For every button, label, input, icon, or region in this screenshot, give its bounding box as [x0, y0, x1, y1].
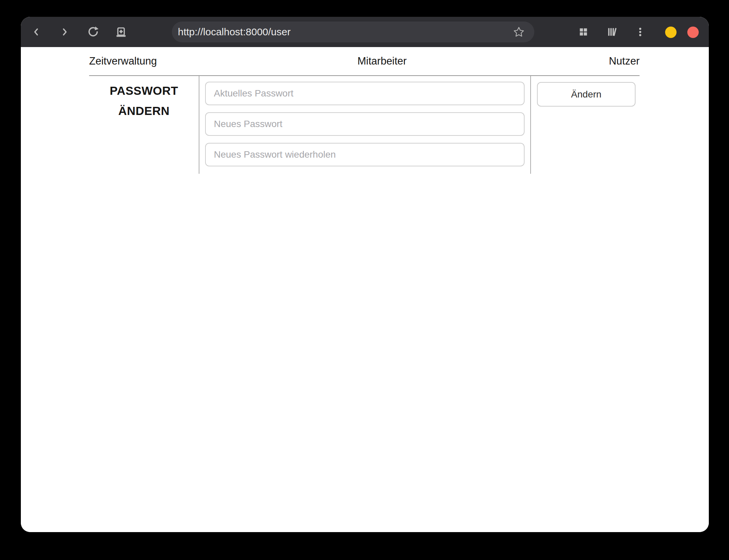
library-books-icon [606, 26, 618, 38]
chevron-left-icon [31, 27, 41, 37]
section-heading-line2: ÄNDERN [89, 101, 199, 121]
page-content: Zeitverwaltung Mitarbeiter Nutzer PASSWO… [21, 47, 709, 532]
new-password-input[interactable] [205, 112, 525, 136]
current-password-input[interactable] [205, 82, 525, 105]
reload-button[interactable] [86, 25, 101, 39]
change-password-button[interactable]: Ändern [537, 82, 636, 107]
vertical-divider-right [530, 76, 531, 174]
minimize-window-control[interactable] [665, 27, 677, 38]
bookmark-button[interactable] [512, 25, 526, 39]
chevron-right-icon [60, 27, 70, 37]
forward-button[interactable] [57, 25, 72, 39]
nav-link-mitarbeiter[interactable]: Mitarbeiter [357, 55, 407, 67]
top-navigation: Zeitverwaltung Mitarbeiter Nutzer [89, 47, 640, 76]
browser-toolbar: http://localhost:8000/user [21, 17, 709, 47]
section-heading-line1: PASSWORT [89, 81, 199, 101]
repeat-new-password-input[interactable] [205, 143, 525, 166]
nav-link-zeitverwaltung[interactable]: Zeitverwaltung [89, 55, 157, 67]
url-text: http://localhost:8000/user [178, 26, 291, 38]
kebab-menu-icon [635, 27, 645, 37]
grid-icon [578, 27, 588, 37]
star-icon [513, 26, 525, 38]
new-tab-icon [115, 26, 127, 38]
browser-window: http://localhost:8000/user [21, 17, 709, 532]
address-bar[interactable]: http://localhost:8000/user [172, 22, 534, 42]
section-heading: PASSWORT ÄNDERN [89, 81, 199, 121]
refresh-icon [87, 26, 99, 38]
library-button[interactable] [605, 25, 619, 39]
vertical-divider-left [199, 76, 199, 174]
menu-button[interactable] [633, 25, 648, 39]
apps-grid-button[interactable] [576, 25, 591, 39]
nav-link-nutzer[interactable]: Nutzer [609, 55, 640, 67]
back-button[interactable] [29, 25, 44, 39]
new-tab-button[interactable] [114, 25, 128, 39]
close-window-control[interactable] [687, 27, 699, 38]
